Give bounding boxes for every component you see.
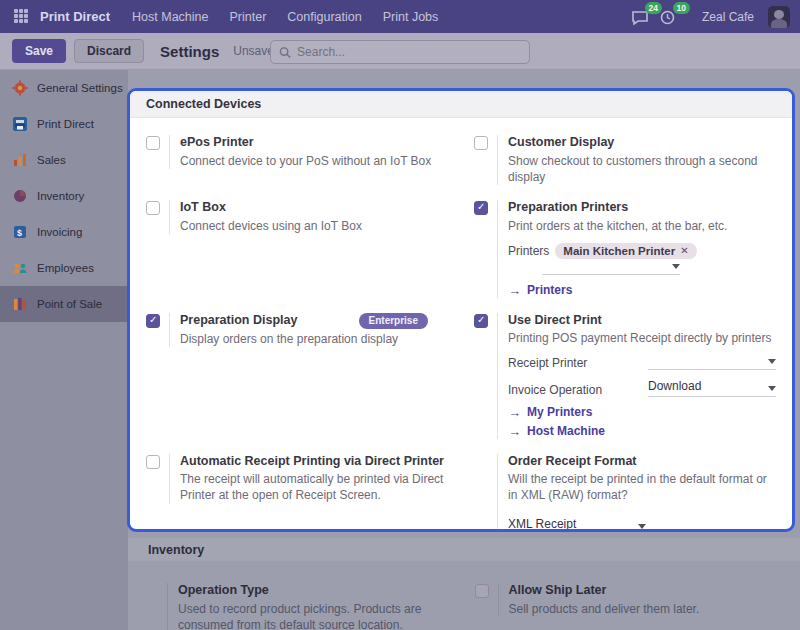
sidebar-item-label: Sales — [37, 154, 66, 166]
sidebar-item-label: Point of Sale — [37, 298, 102, 310]
chevron-down-icon — [768, 386, 776, 391]
menu-printer[interactable]: Printer — [230, 10, 267, 24]
sidebar-item-label: Invoicing — [37, 226, 82, 238]
customer-display-checkbox[interactable] — [474, 136, 488, 150]
employees-icon — [12, 260, 28, 276]
activities-count-badge: 10 — [673, 2, 690, 14]
order-receipt-format-value: XML Receipt — [508, 517, 576, 531]
connected-devices-title: Connected Devices — [146, 97, 261, 111]
printer-icon — [12, 116, 28, 132]
apps-grid-icon[interactable] — [14, 9, 30, 25]
preparation-display-checkbox[interactable] — [146, 314, 160, 328]
setting-order-receipt-format: Order Receipt Format Will the receipt be… — [474, 454, 776, 532]
printers-dropdown[interactable] — [542, 264, 680, 275]
save-button[interactable]: Save — [12, 39, 66, 63]
setting-description: The receipt will automatically be printe… — [180, 471, 448, 503]
sidebar-item-inventory[interactable]: Inventory — [0, 178, 128, 214]
invoice-operation-value: Download — [648, 379, 701, 393]
menu-print-jobs[interactable]: Print Jobs — [383, 10, 439, 24]
inventory-icon — [12, 188, 28, 204]
my-printers-link[interactable]: → My Printers — [508, 405, 592, 420]
setting-customer-display: Customer Display Show checkout to custom… — [474, 135, 776, 185]
setting-use-direct-print: Use Direct Print Printing POS payment Re… — [474, 313, 776, 439]
setting-description: Display orders on the preparation displa… — [180, 331, 448, 347]
gear-icon — [12, 80, 28, 96]
host-machine-link[interactable]: → Host Machine — [508, 424, 605, 439]
setting-description: Connect devices using an IoT Box — [180, 218, 448, 234]
inventory-section-title: Inventory — [148, 543, 204, 557]
setting-title: Preparation Printers — [508, 200, 776, 216]
setting-title: Use Direct Print — [508, 313, 776, 329]
settings-sidebar: General Settings Print Direct Sales Inve… — [0, 70, 128, 630]
sidebar-item-invoicing[interactable]: $ Invoicing — [0, 214, 128, 250]
setting-description: Printing POS payment Receipt directly by… — [508, 330, 776, 346]
chevron-down-icon — [638, 524, 646, 529]
sidebar-item-label: Inventory — [37, 190, 84, 202]
sidebar-item-print-direct[interactable]: Print Direct — [0, 106, 128, 142]
point-of-sale-icon — [12, 296, 28, 312]
search-input[interactable] — [297, 45, 521, 59]
company-name[interactable]: Zeal Cafe — [702, 10, 754, 24]
arrow-right-icon: → — [508, 405, 521, 420]
setting-epos-printer: ePos Printer Connect device to your PoS … — [146, 135, 448, 185]
host-machine-link-label: Host Machine — [527, 424, 605, 438]
activities-icon[interactable]: 10 — [660, 8, 680, 26]
chevron-down-icon — [768, 359, 776, 364]
sidebar-item-label: General Settings — [37, 82, 123, 94]
messages-icon[interactable]: 24 — [632, 8, 652, 26]
user-avatar[interactable] — [768, 6, 790, 28]
setting-title: Allow Ship Later — [509, 583, 780, 599]
control-bar: Save Discard Settings Unsaved changes — [0, 33, 800, 70]
search-box[interactable] — [270, 40, 530, 64]
setting-title: Operation Type — [178, 583, 449, 599]
page-title: Settings — [160, 43, 219, 60]
setting-description: Print orders at the kitchen, at the bar,… — [508, 218, 776, 234]
sidebar-item-sales[interactable]: Sales — [0, 142, 128, 178]
invoice-operation-field-label: Invoice Operation — [508, 383, 602, 397]
my-printers-link-label: My Printers — [527, 405, 592, 419]
setting-title: Automatic Receipt Printing via Direct Pr… — [180, 454, 448, 470]
setting-description: Used to record product pickings. Product… — [178, 601, 449, 630]
setting-title: ePos Printer — [180, 135, 448, 151]
sidebar-item-general-settings[interactable]: General Settings — [0, 70, 128, 106]
setting-description: Show checkout to customers through a sec… — [508, 153, 776, 185]
inventory-section-header: Inventory — [128, 538, 800, 561]
connected-devices-header: Connected Devices — [130, 91, 792, 118]
sidebar-item-label: Print Direct — [37, 118, 94, 130]
order-receipt-format-dropdown[interactable]: XML Receipt — [508, 517, 646, 532]
preparation-printers-checkbox[interactable] — [474, 201, 488, 215]
printers-link-label: Printers — [527, 283, 572, 297]
chevron-down-icon — [672, 264, 680, 269]
setting-description: Connect device to your PoS without an Io… — [180, 153, 448, 169]
setting-preparation-printers: Preparation Printers Print orders at the… — [474, 200, 776, 298]
remove-tag-icon[interactable]: ✕ — [680, 245, 688, 256]
app-name[interactable]: Print Direct — [40, 9, 110, 24]
setting-auto-receipt-printing: Automatic Receipt Printing via Direct Pr… — [146, 454, 448, 532]
invoice-operation-dropdown[interactable]: Download — [648, 379, 776, 397]
sales-chart-icon — [12, 152, 28, 168]
menu-configuration[interactable]: Configuration — [287, 10, 361, 24]
search-icon — [279, 46, 291, 59]
use-direct-print-checkbox[interactable] — [474, 314, 488, 328]
receipt-printer-dropdown[interactable] — [648, 359, 776, 370]
svg-text:$: $ — [17, 228, 22, 238]
printer-tag[interactable]: Main Kitchen Printer ✕ — [555, 243, 696, 259]
setting-allow-ship-later: Allow Ship Later Sell products and deliv… — [475, 583, 780, 630]
sidebar-item-employees[interactable]: Employees — [0, 250, 128, 286]
arrow-right-icon: → — [508, 424, 521, 439]
sidebar-item-point-of-sale[interactable]: Point of Sale — [0, 286, 128, 322]
allow-ship-later-checkbox[interactable] — [475, 584, 489, 598]
sidebar-item-label: Employees — [37, 262, 94, 274]
setting-title: Preparation Display — [180, 313, 297, 329]
auto-receipt-printing-checkbox[interactable] — [146, 455, 160, 469]
arrow-right-icon: → — [508, 283, 521, 298]
setting-operation-type: Operation Type Used to record product pi… — [144, 583, 449, 630]
top-navbar: Print Direct Host Machine Printer Config… — [0, 0, 800, 33]
epos-printer-checkbox[interactable] — [146, 136, 160, 150]
receipt-printer-field-label: Receipt Printer — [508, 356, 587, 370]
printers-link[interactable]: → Printers — [508, 283, 572, 298]
iot-box-checkbox[interactable] — [146, 201, 160, 215]
discard-button[interactable]: Discard — [74, 39, 144, 63]
setting-description: Will the receipt be printed in the defau… — [508, 471, 776, 503]
menu-host-machine[interactable]: Host Machine — [132, 10, 208, 24]
